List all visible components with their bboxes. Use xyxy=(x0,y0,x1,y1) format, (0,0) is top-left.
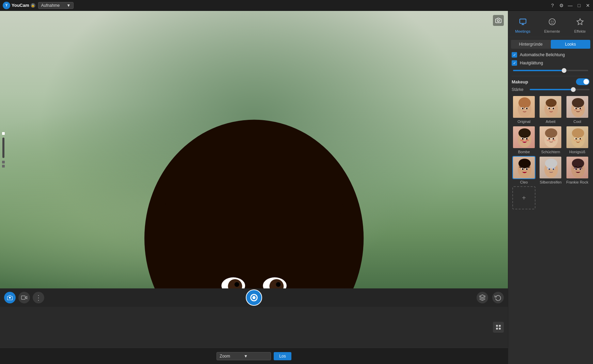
more-btn[interactable]: ⋮ xyxy=(33,292,44,303)
svg-point-46 xyxy=(572,98,584,108)
tab-looks[interactable]: Looks xyxy=(551,40,591,49)
makeup-header: Makeup xyxy=(512,78,590,85)
toolbar-center xyxy=(246,289,262,306)
skin-smoothing-checkbox[interactable]: ✓ xyxy=(512,60,517,66)
svg-point-57 xyxy=(522,138,524,140)
makeup-thumb-original xyxy=(512,95,535,118)
svg-point-29 xyxy=(552,21,554,22)
face-bombe xyxy=(513,126,535,148)
camera-panel: ⋮ xyxy=(0,11,508,364)
camera-overlay-top xyxy=(493,15,504,26)
mode-arrow-icon: ▼ xyxy=(66,3,70,8)
capture-inner xyxy=(247,291,260,304)
svg-point-6 xyxy=(165,126,343,268)
skin-smoothing-fill xyxy=(513,70,564,71)
makeup-thumb-silberstreifen xyxy=(539,156,562,179)
svg-rect-24 xyxy=(496,328,498,330)
svg-point-67 xyxy=(547,140,550,141)
titlebar-right: ? ⚙ — □ ✕ xyxy=(550,3,590,8)
svg-point-32 xyxy=(518,97,531,108)
help-button[interactable]: ? xyxy=(550,3,555,8)
app-logo: Y YouCam 🔒 xyxy=(3,2,35,9)
svg-point-99 xyxy=(574,168,577,169)
makeup-item-honigsuss[interactable]: Honigsüß xyxy=(565,126,590,154)
makeup-label-silberstreifen: Silberstreifen xyxy=(540,180,561,184)
makeup-item-arbeit[interactable]: Arbeit xyxy=(538,95,563,124)
svg-marker-30 xyxy=(577,19,583,25)
makeup-item-cleo[interactable]: Cleo xyxy=(512,156,536,184)
layers-btn[interactable] xyxy=(477,292,488,303)
camera-settings-btn[interactable] xyxy=(493,15,504,26)
makeup-toggle[interactable] xyxy=(576,78,590,85)
photo-mode-btn[interactable] xyxy=(4,292,16,303)
makeup-item-frankie[interactable]: Frankie Rock xyxy=(565,156,590,184)
svg-point-78 xyxy=(518,159,531,168)
makeup-label-honigsuss: Honigsüß xyxy=(569,150,585,154)
lock-icon: 🔒 xyxy=(31,3,35,8)
side-bar-handle[interactable] xyxy=(2,138,4,158)
auto-exposure-checkbox[interactable]: ✓ xyxy=(512,52,517,58)
camera-view xyxy=(0,11,508,288)
side-dot-2 xyxy=(2,161,5,163)
skin-smoothing-track[interactable] xyxy=(513,70,588,71)
zoom-label: Zoom xyxy=(220,354,230,359)
makeup-thumb-cool xyxy=(566,95,589,118)
capture-button[interactable] xyxy=(246,289,262,306)
nav-elemente[interactable]: Elemente xyxy=(540,14,564,35)
makeup-item-schuchtern[interactable]: Schüchtern xyxy=(538,126,563,154)
maximize-button[interactable]: □ xyxy=(577,3,581,8)
app-name: YouCam xyxy=(12,3,29,8)
makeup-label-cool: Cool xyxy=(574,120,581,124)
makeup-item-bombe[interactable]: Bombe xyxy=(512,126,536,154)
nav-meetings[interactable]: Meetings xyxy=(511,14,534,35)
right-top-nav: Meetings Elemente xyxy=(508,11,593,37)
video-mode-btn[interactable] xyxy=(18,292,30,303)
svg-point-51 xyxy=(574,109,577,111)
starke-slider[interactable] xyxy=(530,89,590,90)
svg-point-41 xyxy=(548,108,550,109)
skin-smoothing-thumb[interactable] xyxy=(562,68,566,73)
grid-view-btn[interactable] xyxy=(493,322,504,333)
starke-row: Stärke xyxy=(512,87,590,92)
main-layout: ⋮ xyxy=(0,11,593,364)
makeup-item-silberstreifen[interactable]: Silberstreifen xyxy=(538,156,563,184)
svg-point-16 xyxy=(497,20,499,22)
nav-effekte[interactable]: Effekte xyxy=(570,14,590,35)
svg-point-94 xyxy=(572,159,584,168)
mode-dropdown[interactable]: Aufnahme ▼ xyxy=(38,2,74,9)
los-button[interactable]: Los xyxy=(274,352,291,360)
makeup-label-arbeit: Arbeit xyxy=(546,120,556,124)
close-button[interactable]: ✕ xyxy=(586,3,590,8)
makeup-thumb-arbeit xyxy=(539,95,562,118)
tab-hintergrunde[interactable]: Hintergründe xyxy=(511,40,551,49)
makeup-item-cool[interactable]: Cool xyxy=(565,95,590,124)
settings-button[interactable]: ⚙ xyxy=(559,3,564,8)
titlebar-left: Y YouCam 🔒 Aufnahme ▼ xyxy=(3,2,74,9)
zoom-dropdown[interactable]: Zoom ▼ xyxy=(217,352,271,360)
svg-point-54 xyxy=(518,128,531,138)
makeup-add-item[interactable]: + xyxy=(512,186,536,209)
face-schuchtern xyxy=(540,126,561,148)
toolbar-right xyxy=(477,292,504,303)
makeup-label-original: Original xyxy=(517,120,530,124)
svg-point-74 xyxy=(579,138,581,140)
minimize-button[interactable]: — xyxy=(568,3,573,8)
svg-point-62 xyxy=(545,128,557,138)
reset-btn[interactable] xyxy=(492,292,504,303)
meetings-label: Meetings xyxy=(515,29,530,33)
svg-marker-17 xyxy=(25,296,27,299)
svg-point-92 xyxy=(552,168,556,169)
svg-point-59 xyxy=(520,140,524,141)
starke-thumb[interactable] xyxy=(571,87,576,92)
svg-point-11 xyxy=(235,282,239,287)
mode-label: Aufnahme xyxy=(41,3,60,8)
elemente-label: Elemente xyxy=(544,29,560,33)
toolbar-left: ⋮ xyxy=(4,292,44,303)
face-silberstreifen xyxy=(540,157,561,178)
makeup-add-btn[interactable]: + xyxy=(512,186,535,209)
svg-point-42 xyxy=(552,108,554,109)
makeup-title: Makeup xyxy=(512,79,528,84)
makeup-item-original[interactable]: Original xyxy=(512,95,536,124)
bottom-toolbar: ⋮ xyxy=(0,288,508,307)
face-frankie xyxy=(566,157,588,178)
